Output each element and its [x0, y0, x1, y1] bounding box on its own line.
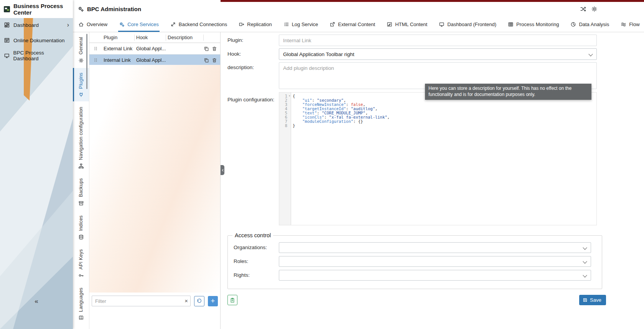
gear-icon[interactable] [591, 6, 598, 12]
plugin-row-internal-link[interactable]: Internal LinkGlobal Appl... [89, 55, 220, 66]
side-tab-label: General [78, 37, 84, 55]
tab-dashboard-frontend[interactable]: Dashboard (Frontend) [438, 18, 497, 32]
side-tab-label: Backups [78, 178, 84, 197]
tab-flow[interactable]: Flow [620, 18, 640, 32]
sidebar: Business Process Center Dashboard›Online… [0, 0, 73, 329]
diag-icon [170, 21, 176, 27]
organizations-select[interactable] [279, 242, 591, 253]
column-header-plugin[interactable]: Plugin [102, 35, 135, 41]
editor-code[interactable]: { "ui": "secondary", "forceNewInstance":… [291, 93, 596, 225]
tab-backend-connections[interactable]: Backend Connections [170, 18, 228, 32]
side-tab-languages[interactable]: Languages [73, 283, 89, 325]
plugin-config-editor[interactable]: 1▾2345678 { "ui": "secondary", "forceNew… [279, 92, 597, 225]
tab-label: HTML Content [395, 21, 427, 27]
paste-config-button[interactable] [227, 295, 237, 305]
gears-icon [77, 6, 84, 12]
tab-label: Flow [629, 21, 639, 27]
access-control-fieldset: Access control Organizations:Roles:Right… [227, 232, 602, 289]
description-field-label: description: [227, 64, 254, 70]
page-title-group: BPC Administration [77, 0, 141, 18]
side-tab-label: API Keys [78, 249, 84, 269]
hook-select-value: Global Application Toolbar right [283, 51, 354, 57]
chevron-down-icon [583, 245, 587, 250]
plugin-field-label: Plugin: [227, 37, 243, 43]
clear-filter-icon[interactable]: × [184, 297, 188, 304]
column-header-handle [89, 35, 102, 41]
side-tab-navigation-configuration[interactable]: Navigation configuration [73, 102, 89, 173]
chevron-right-icon: › [67, 22, 69, 28]
side-tab-indices[interactable]: Indices [73, 211, 89, 244]
plugin-detail-panel: Plugin: Hook: Global Application Toolbar… [224, 32, 644, 329]
column-header-actions [204, 35, 220, 41]
add-plugin-button[interactable]: + [208, 296, 218, 306]
shuffle-icon[interactable] [580, 6, 586, 12]
tab-label: Backend Connections [179, 21, 227, 27]
tab-label: Process Monitoring [516, 21, 559, 27]
monitor-icon [439, 21, 445, 27]
sidebar-item-bpc-process-dashboard[interactable]: BPC Process Dashboard [0, 51, 73, 61]
side-tab-api-keys[interactable]: API Keys [73, 245, 89, 282]
tab-html-content[interactable]: HTML Content [386, 18, 428, 32]
editor-gutter: 1▾2345678 [279, 93, 291, 225]
tab-replication[interactable]: Replication [238, 18, 272, 32]
sidebar-item-dashboard[interactable]: Dashboard› [0, 20, 73, 30]
cell-hook: Global Appl... [135, 46, 166, 51]
plugin-list-header: Plugin Hook Description [89, 32, 220, 43]
chevron-down-icon [583, 273, 587, 277]
tab-label: Dashboard (Frontend) [447, 21, 496, 27]
monitor-icon [4, 53, 10, 59]
save-button[interactable]: Save [579, 295, 606, 305]
sidebar-menu: Dashboard›Online DokumentationBPC Proces… [0, 20, 73, 66]
external-icon [329, 21, 335, 27]
chevron-down-icon [588, 52, 593, 56]
hook-field-label: Hook: [227, 51, 241, 57]
collapse-panel-handle[interactable] [221, 165, 224, 175]
grid-icon [508, 21, 514, 27]
drag-handle[interactable] [89, 58, 102, 63]
column-header-hook[interactable]: Hook [135, 35, 166, 41]
side-tab-label: Navigation configuration [78, 107, 84, 160]
roles-select[interactable] [279, 256, 591, 267]
chevron-left-icon [221, 169, 224, 172]
save-icon [583, 298, 588, 303]
code-line: "moduleConfiguration": {} [293, 119, 596, 124]
tab-overview[interactable]: Overview [77, 18, 108, 32]
tab-core-services[interactable]: Core Services [118, 18, 160, 32]
sitemap-icon [78, 163, 84, 169]
plugin-name-input[interactable] [279, 35, 597, 46]
copy-icon[interactable] [204, 58, 209, 63]
config-field-label: Plugin configuration: [227, 97, 274, 103]
access-row-roles: Roles: [228, 256, 602, 267]
page-title: BPC Administration [87, 6, 141, 12]
side-tab-backups[interactable]: Backups [73, 174, 89, 210]
undo-button[interactable] [194, 296, 204, 306]
key-icon [78, 273, 84, 278]
plug-icon [78, 92, 84, 98]
tab-data-analysis[interactable]: Data Analysis [570, 18, 610, 32]
fold-icon[interactable]: ▾ [289, 94, 290, 98]
delete-icon[interactable] [212, 58, 217, 63]
side-tabs-scrollbar[interactable] [86, 34, 87, 89]
flow-icon [621, 21, 626, 27]
clipboard-icon [230, 298, 235, 303]
plugin-row-external-link[interactable]: External LinkGlobal Appl... [89, 43, 220, 55]
column-header-description[interactable]: Description [166, 35, 204, 41]
cell-plugin: Internal Link [102, 57, 135, 63]
filter-field: × [92, 296, 191, 306]
hook-select[interactable]: Global Application Toolbar right [279, 48, 597, 60]
rights-select[interactable] [279, 270, 591, 281]
topbar-actions [580, 6, 598, 12]
drag-handle[interactable] [89, 46, 102, 51]
home-icon [78, 21, 84, 27]
app-logo [4, 5, 10, 13]
copy-icon[interactable] [204, 46, 209, 51]
list-empty-area [89, 65, 220, 293]
filter-input[interactable] [92, 296, 191, 306]
tab-external-content[interactable]: External Content [329, 18, 376, 32]
sidebar-collapse-button[interactable]: « [0, 298, 73, 305]
delete-icon[interactable] [212, 46, 217, 51]
sidebar-item-online-dokumentation[interactable]: Online Dokumentation [0, 35, 73, 45]
tab-process-monitoring[interactable]: Process Monitoring [507, 18, 560, 32]
tab-log-service[interactable]: Log Service [283, 18, 319, 32]
plugin-list-panel: Plugin Hook Description External LinkGlo… [89, 32, 221, 329]
